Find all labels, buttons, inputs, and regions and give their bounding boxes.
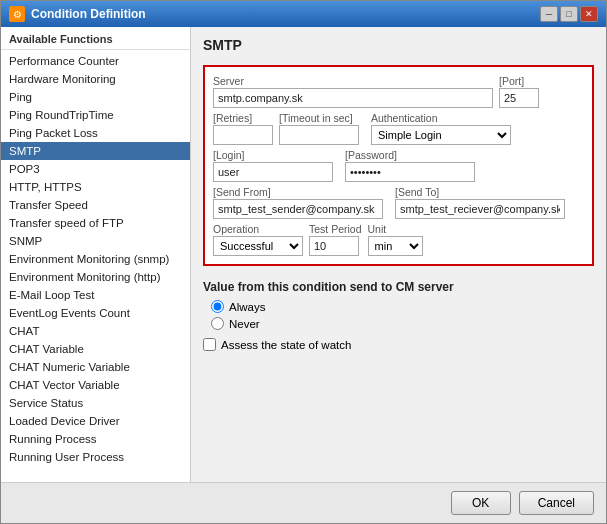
sidebar-item-ping-roundtriptime[interactable]: Ping RoundTripTime	[1, 106, 190, 124]
timeout-field-group: [Timeout in sec]	[279, 112, 359, 145]
login-label: [Login]	[213, 149, 333, 161]
retries-input[interactable]	[213, 125, 273, 145]
auth-select[interactable]: Simple Login None NTLM	[371, 125, 511, 145]
sidebar-item-ping[interactable]: Ping	[1, 88, 190, 106]
timeout-input[interactable]	[279, 125, 359, 145]
sidebar-item-ping-packet-loss[interactable]: Ping Packet Loss	[1, 124, 190, 142]
window-title: Condition Definition	[31, 7, 534, 21]
smtp-config-box: Server [Port] [Retries] [Timeou	[203, 65, 594, 266]
radio-always-label: Always	[229, 301, 265, 313]
content-area: Available Functions Performance CounterH…	[1, 27, 606, 482]
main-panel: SMTP Server [Port] [R	[191, 27, 606, 482]
smtp-row-operation: Operation Successful Failed Test Period …	[213, 223, 584, 256]
sidebar-item-chat[interactable]: CHAT	[1, 322, 190, 340]
sidebar-item-email-loop-test[interactable]: E-Mail Loop Test	[1, 286, 190, 304]
unit-select[interactable]: min sec hr	[368, 236, 423, 256]
server-field-group: Server	[213, 75, 493, 108]
sidebar-item-hardware-monitoring[interactable]: Hardware Monitoring	[1, 70, 190, 88]
sidebar-item-performance-counter[interactable]: Performance Counter	[1, 52, 190, 70]
sidebar-item-chat-numeric-variable[interactable]: CHAT Numeric Variable	[1, 358, 190, 376]
title-bar-buttons: ─ □ ✕	[540, 6, 598, 22]
minimize-button[interactable]: ─	[540, 6, 558, 22]
port-field-group: [Port]	[499, 75, 539, 108]
login-field-group: [Login]	[213, 149, 333, 182]
testperiod-input[interactable]	[309, 236, 359, 256]
ok-button[interactable]: OK	[451, 491, 511, 515]
bottom-bar: OK Cancel	[1, 482, 606, 523]
radio-group: Always Never	[203, 300, 594, 330]
sidebar-list[interactable]: Performance CounterHardware MonitoringPi…	[1, 50, 190, 482]
retries-label: [Retries]	[213, 112, 273, 124]
testperiod-label: Test Period	[309, 223, 362, 235]
assess-label: Assess the state of watch	[221, 339, 351, 351]
sidebar-item-http-https[interactable]: HTTP, HTTPS	[1, 178, 190, 196]
testperiod-field-group: Test Period	[309, 223, 362, 256]
radio-never-input[interactable]	[211, 317, 224, 330]
sidebar-item-running-user-process[interactable]: Running User Process	[1, 448, 190, 466]
login-input[interactable]	[213, 162, 333, 182]
auth-label: Authentication	[371, 112, 511, 124]
unit-field-group: Unit min sec hr	[368, 223, 423, 256]
send-from-field-group: [Send From]	[213, 186, 383, 219]
sidebar-item-snmp[interactable]: SNMP	[1, 232, 190, 250]
sidebar-item-chat-vector-variable[interactable]: CHAT Vector Variable	[1, 376, 190, 394]
sidebar-item-chat-variable[interactable]: CHAT Variable	[1, 340, 190, 358]
sidebar-header: Available Functions	[1, 27, 190, 50]
operation-label: Operation	[213, 223, 303, 235]
value-section: Value from this condition send to CM ser…	[203, 280, 594, 351]
send-to-input[interactable]	[395, 199, 565, 219]
smtp-row-login: [Login] [Password]	[213, 149, 584, 182]
send-from-label: [Send From]	[213, 186, 383, 198]
sidebar-item-pop3[interactable]: POP3	[1, 160, 190, 178]
operation-field-group: Operation Successful Failed	[213, 223, 303, 256]
smtp-section-title: SMTP	[203, 37, 594, 53]
sidebar-item-env-monitoring-snmp[interactable]: Environment Monitoring (snmp)	[1, 250, 190, 268]
radio-never-label: Never	[229, 318, 260, 330]
send-from-input[interactable]	[213, 199, 383, 219]
sidebar: Available Functions Performance CounterH…	[1, 27, 191, 482]
smtp-row-sendto: [Send From] [Send To]	[213, 186, 584, 219]
assess-checkbox[interactable]	[203, 338, 216, 351]
password-input[interactable]	[345, 162, 475, 182]
cancel-button[interactable]: Cancel	[519, 491, 594, 515]
assess-checkbox-area: Assess the state of watch	[203, 338, 594, 351]
smtp-row-server: Server [Port]	[213, 75, 584, 108]
timeout-label: [Timeout in sec]	[279, 112, 359, 124]
auth-field-group: Authentication Simple Login None NTLM	[371, 112, 511, 145]
port-input[interactable]	[499, 88, 539, 108]
sidebar-item-env-monitoring-http[interactable]: Environment Monitoring (http)	[1, 268, 190, 286]
sidebar-item-transfer-speed[interactable]: Transfer Speed	[1, 196, 190, 214]
password-label: [Password]	[345, 149, 475, 161]
value-section-title: Value from this condition send to CM ser…	[203, 280, 594, 294]
main-window: ⚙ Condition Definition ─ □ ✕ Available F…	[0, 0, 607, 524]
smtp-row-retries: [Retries] [Timeout in sec] Authenticatio…	[213, 112, 584, 145]
password-field-group: [Password]	[345, 149, 475, 182]
sidebar-item-loaded-device-driver[interactable]: Loaded Device Driver	[1, 412, 190, 430]
window-icon: ⚙	[9, 6, 25, 22]
sidebar-item-running-process[interactable]: Running Process	[1, 430, 190, 448]
sidebar-item-service-status[interactable]: Service Status	[1, 394, 190, 412]
radio-always-input[interactable]	[211, 300, 224, 313]
send-to-label: [Send To]	[395, 186, 565, 198]
maximize-button[interactable]: □	[560, 6, 578, 22]
close-button[interactable]: ✕	[580, 6, 598, 22]
sidebar-item-eventlog-events-count[interactable]: EventLog Events Count	[1, 304, 190, 322]
sidebar-item-transfer-speed-ftp[interactable]: Transfer speed of FTP	[1, 214, 190, 232]
radio-never[interactable]: Never	[211, 317, 594, 330]
sidebar-item-smtp[interactable]: SMTP	[1, 142, 190, 160]
port-label: [Port]	[499, 75, 539, 87]
operation-select[interactable]: Successful Failed	[213, 236, 303, 256]
server-input[interactable]	[213, 88, 493, 108]
send-to-field-group: [Send To]	[395, 186, 565, 219]
retries-field-group: [Retries]	[213, 112, 273, 145]
radio-always[interactable]: Always	[211, 300, 594, 313]
server-label: Server	[213, 75, 493, 87]
unit-label: Unit	[368, 223, 423, 235]
title-bar: ⚙ Condition Definition ─ □ ✕	[1, 1, 606, 27]
